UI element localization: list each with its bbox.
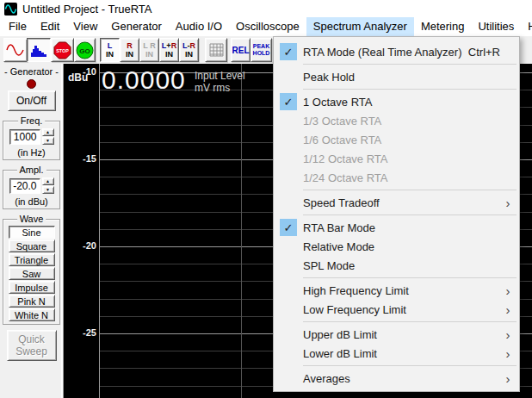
amplitude-input[interactable]: -20.0 <box>9 178 40 194</box>
menu-item-rta-bar-mode[interactable]: ✓RTA Bar Mode <box>274 218 519 237</box>
input-button-bottom-label: IN <box>145 50 153 59</box>
wave-button-list: SineSquareTriangleSawImpulsePink NWhite … <box>5 226 58 321</box>
menu-item-label: Averages <box>303 372 497 385</box>
stop-sign-icon: STOP <box>53 41 71 59</box>
menubar-item-help[interactable]: Help <box>521 17 532 36</box>
menu-item-label: 1/3 Octave RTA <box>303 115 519 127</box>
sine-generator-button[interactable] <box>3 38 28 62</box>
input-button-l-r-in[interactable]: L-RIN <box>179 38 199 62</box>
spectrum-analyzer-button[interactable] <box>27 38 51 62</box>
menu-separator <box>303 277 517 278</box>
wave-button-white-n[interactable]: White N <box>9 308 55 321</box>
input-button-l-r-in[interactable]: L RIN <box>139 38 159 62</box>
wave-button-square[interactable]: Square <box>9 239 55 252</box>
rel-button-label: REL <box>232 46 250 55</box>
input-level-value: 0.0000 <box>102 65 186 95</box>
wave-button-impulse[interactable]: Impulse <box>9 281 55 294</box>
menu-item-1-24-octave-rta[interactable]: 1/24 Octave RTA <box>274 168 519 187</box>
frequency-group: Freq. 1000 ▲ ▼ (in Hz) <box>3 121 60 160</box>
input-button-bottom-label: IN <box>106 50 114 59</box>
amplitude-down-button[interactable]: ▼ <box>42 186 54 194</box>
input-button-l-in[interactable]: LIN <box>100 38 120 62</box>
wave-button-saw[interactable]: Saw <box>9 267 55 280</box>
menu-item-label: 1/24 Octave RTA <box>303 171 519 184</box>
y-axis-tick: -20 <box>71 240 96 251</box>
menu-item-1-octave-rta[interactable]: ✓1 Octave RTA <box>274 92 519 111</box>
menu-item-upper-db-limit[interactable]: Upper dB Limit› <box>274 325 519 344</box>
input-button-bottom-label: IN <box>185 50 193 59</box>
grid-toggle-button[interactable] <box>205 38 227 62</box>
grid-icon <box>209 43 224 57</box>
menu-item-lower-db-limit[interactable]: Lower dB Limit› <box>274 344 519 363</box>
menubar-item-metering[interactable]: Metering <box>414 17 472 36</box>
menubar-item-view[interactable]: View <box>66 17 104 36</box>
wave-button-sine[interactable]: Sine <box>9 226 55 239</box>
menubar-item-generator[interactable]: Generator <box>104 17 169 36</box>
menu-item-averages[interactable]: Averages› <box>274 369 519 388</box>
y-axis-tick: -15 <box>71 153 96 164</box>
spectrum-bars-icon <box>30 44 47 57</box>
input-level-caption-line2: mV rms <box>195 82 245 94</box>
check-icon: ✓ <box>280 219 297 236</box>
app-logo-icon <box>4 3 17 16</box>
menubar-item-audio-i-o[interactable]: Audio I/O <box>169 17 229 36</box>
svg-text:GO: GO <box>79 47 90 55</box>
check-icon: ✓ <box>280 43 297 60</box>
menu-item-spl-mode[interactable]: SPL Mode <box>274 256 519 275</box>
go-button[interactable]: GO <box>74 38 96 62</box>
menu-item-peak-hold[interactable]: Peak Hold <box>274 67 519 86</box>
amplitude-up-button[interactable]: ▲ <box>42 177 54 185</box>
menu-item-low-frequency-limit[interactable]: Low Frequency Limit› <box>274 300 519 319</box>
relative-mode-button[interactable]: REL <box>231 38 251 62</box>
stop-button[interactable]: STOP <box>51 38 74 62</box>
menu-item-1-6-octave-rta[interactable]: 1/6 Octave RTA <box>274 130 519 149</box>
input-button-l-r-in[interactable]: L+RIN <box>159 38 179 62</box>
input-button-top-label: L <box>108 41 113 50</box>
wave-button-pink-n[interactable]: Pink N <box>9 295 55 308</box>
menu-item-speed-tradeoff[interactable]: Speed Tradeoff› <box>274 193 519 212</box>
input-button-bottom-label: IN <box>165 50 173 59</box>
menu-separator <box>303 64 517 65</box>
submenu-arrow-icon: › <box>497 284 519 297</box>
menu-item-rta-mode-real-time-analyzer[interactable]: ✓RTA Mode (Real Time Analyzer)Ctrl+R <box>274 42 519 61</box>
input-button-r-in[interactable]: RIN <box>120 38 139 62</box>
wave-button-triangle[interactable]: Triangle <box>9 253 55 266</box>
menu-item-high-frequency-limit[interactable]: High Frequency Limit› <box>274 281 519 300</box>
menu-item-1-3-octave-rta[interactable]: 1/3 Octave RTA <box>274 111 519 130</box>
peak-hold-button[interactable]: PEAK HOLD <box>251 38 272 62</box>
input-button-top-label: L+R <box>162 41 176 50</box>
submenu-arrow-icon: › <box>497 372 519 385</box>
amplitude-group: Ampl. -20.0 ▲ ▼ (in dBu) <box>3 170 60 209</box>
menu-item-gutter: ✓ <box>274 219 303 236</box>
peak-hold-button-label: PEAK HOLD <box>252 43 271 57</box>
svg-text:STOP: STOP <box>56 48 69 53</box>
menu-item-label: Low Frequency Limit <box>303 303 497 316</box>
menu-item-relative-mode[interactable]: Relative Mode <box>274 237 519 256</box>
wave-group: Wave SineSquareTriangleSawImpulsePink NW… <box>3 219 60 325</box>
submenu-arrow-icon: › <box>497 196 519 209</box>
amplitude-group-label: Ampl. <box>16 165 46 175</box>
menubar-item-edit[interactable]: Edit <box>34 17 66 36</box>
frequency-input[interactable]: 1000 <box>9 129 40 145</box>
menu-separator <box>303 89 517 90</box>
menu-item-label: 1/12 Octave RTA <box>303 152 519 165</box>
frequency-up-button[interactable]: ▲ <box>42 128 54 136</box>
spectrum-analyzer-menu: ✓RTA Mode (Real Time Analyzer)Ctrl+RPeak… <box>273 36 520 392</box>
generator-panel-title: - Generator - <box>0 66 63 77</box>
generator-onoff-button[interactable]: On/Off <box>8 90 56 111</box>
frequency-down-button[interactable]: ▼ <box>42 137 54 145</box>
menu-item-gutter: ✓ <box>274 93 303 110</box>
menu-item-label: High Frequency Limit <box>303 284 497 297</box>
menu-item-label: RTA Bar Mode <box>303 221 519 234</box>
input-button-bottom-label: IN <box>126 50 133 59</box>
menubar-item-oscilloscope[interactable]: Oscilloscope <box>229 17 306 36</box>
menubar-item-file[interactable]: File <box>2 17 34 36</box>
menu-item-label: Peak Hold <box>303 71 519 84</box>
quick-sweep-button[interactable]: Quick Sweep <box>7 330 57 361</box>
menu-item-1-12-octave-rta[interactable]: 1/12 Octave RTA <box>274 149 519 168</box>
menubar: FileEditViewGeneratorAudio I/OOscillosco… <box>0 17 532 36</box>
menubar-item-utilities[interactable]: Utilities <box>471 17 521 36</box>
menubar-item-spectrum-analyzer[interactable]: Spectrum Analyzer <box>306 17 414 36</box>
app-window: Untitled Project - TrueRTA FileEditViewG… <box>0 0 532 398</box>
input-button-top-label: L-R <box>182 41 195 50</box>
